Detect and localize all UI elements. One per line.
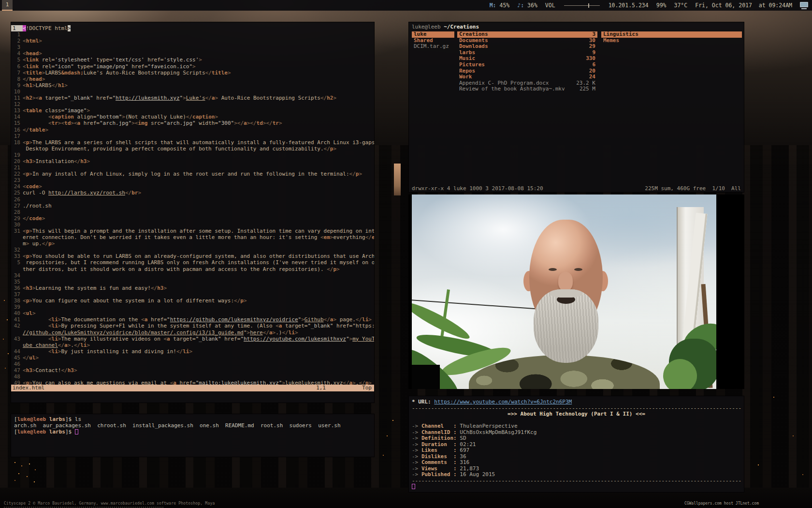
code-text: <code> [23, 183, 42, 190]
code-line[interactable]: 13<table class="image"> [11, 107, 374, 114]
video-frame[interactable] [412, 194, 716, 389]
entry-count: 9 [592, 50, 595, 56]
ranger-dir-row[interactable]: luke [412, 31, 454, 38]
code-line[interactable]: 1 [11, 31, 374, 38]
line-number: 26 [11, 196, 23, 203]
video-info-terminal[interactable]: * URL: https://www.youtube.com/watch?v=6… [408, 396, 744, 493]
code-line[interactable]: 25curl -O http://larbs.xyz/root.sh</br> [11, 190, 374, 196]
volume-slider-knob[interactable] [588, 3, 589, 8]
code-line[interactable]: 6<link rel="icon" type="image/png" href=… [11, 63, 374, 70]
ranger-file-row[interactable]: Review of the book Ashtadhya~.mkv225 M [457, 86, 597, 92]
video-url-link[interactable]: https://www.youtube.com/watch?v=6Jntc2n6… [434, 399, 572, 405]
ranger-dir-row[interactable]: larbs9 [457, 50, 597, 56]
code-line[interactable]: 3 [11, 44, 374, 50]
mpv-window[interactable] [408, 194, 744, 389]
code-line[interactable]: ube channel</a>.</li> [11, 342, 374, 348]
code-text: <h1>LARBS</h1> [23, 82, 68, 89]
code-line[interactable]: 8</head> [11, 76, 374, 82]
info-value: SD [457, 435, 466, 441]
code-line[interactable]: 48 [11, 374, 374, 380]
line-number: 37 [11, 291, 23, 298]
ranger-dir-row[interactable]: Documents30 [457, 38, 597, 44]
ranger-dir-row[interactable]: Music330 [457, 56, 597, 62]
ranger-dir-row[interactable]: Pictures6 [457, 62, 597, 68]
code-line[interactable]: 47<h3>Contact!</h3> [11, 367, 374, 374]
shell-terminal[interactable]: [luke@leeb larbs]$ ls arch.sh aur_packag… [11, 414, 375, 457]
ranger-dir-row[interactable]: Creations3 [457, 31, 597, 38]
code-line[interactable]: 1<!DOCTYPE html> [11, 25, 374, 31]
code-line[interactable]: 36<h3>Learning the system is fun and eas… [11, 285, 374, 291]
code-line[interactable]: 12 [11, 101, 374, 107]
code-line[interactable]: //github.com/LukeSmithxyz/voidrice/blob/… [11, 329, 374, 336]
line-number: 7 [11, 70, 23, 76]
code-text: curl -O http://larbs.xyz/root.sh</br> [23, 190, 141, 196]
ranger-file-row[interactable]: DCIM.tar.gz [412, 44, 454, 50]
code-line[interactable]: 30 [11, 222, 374, 228]
code-line[interactable]: ther distros, but it should work on a di… [11, 266, 374, 272]
code-line[interactable]: 5<link rel='stylesheet' type='text/css' … [11, 57, 374, 63]
info-value: ThuleanPerspective [457, 423, 518, 429]
code-line[interactable]: 42 <li>By pressing Super+F1 while in the… [11, 323, 374, 329]
code-text: <p>The LARBS are a series of shell scrip… [23, 139, 374, 146]
code-text: </table> [23, 127, 48, 133]
code-line[interactable]: 32 [11, 247, 374, 253]
code-line[interactable]: 14 <caption align="bottom">(Not actually… [11, 114, 374, 120]
code-line[interactable]: 21 [11, 164, 374, 171]
code-line[interactable]: 43 <li>The many illustrative videos on <… [11, 336, 374, 342]
entry-name: Creations [459, 31, 592, 38]
entry-name: Work [459, 74, 589, 80]
code-line[interactable]: 5 repositories, but I recommend running … [11, 259, 374, 266]
code-line[interactable]: 19 [11, 152, 374, 158]
code-line[interactable]: 20<h3>Installation</h3> [11, 158, 374, 164]
code-line[interactable]: 45</ul> [11, 355, 374, 361]
ranger-dir-row[interactable]: Repos20 [457, 68, 597, 75]
vim-cursor-position: 1,1 [316, 385, 326, 391]
ranger-file-row[interactable]: Appendix C- PhD Program.docx23.2 K [457, 80, 597, 87]
code-line[interactable]: 37 [11, 291, 374, 298]
code-line[interactable]: 27./root.sh [11, 203, 374, 209]
code-line[interactable]: 33<p>You should be able to run LARBS on … [11, 253, 374, 259]
code-line[interactable]: 2<html> [11, 38, 374, 44]
vim-window[interactable]: 1<!DOCTYPE html>12<html>34<head>5<link r… [11, 22, 375, 403]
ranger-dir-row[interactable]: Work24 [457, 74, 597, 80]
code-line[interactable]: 26 [11, 196, 374, 203]
code-line[interactable]: 46 [11, 361, 374, 367]
code-line[interactable]: m> up.</p> [11, 240, 374, 247]
entry-name: Repos [459, 68, 589, 75]
code-line[interactable]: 44 <li>By just installing it and diving … [11, 348, 374, 355]
ranger-window[interactable]: luke@leeb ~/Creations lukeSharedDCIM.tar… [408, 22, 744, 193]
code-line[interactable]: 7<title>LARBS&mdash;Luke's Auto-Rice Boo… [11, 70, 374, 76]
ranger-dir-row[interactable]: Linguistics [601, 31, 742, 38]
entry-name: Memes [603, 38, 740, 44]
code-line[interactable]: 35 [11, 279, 374, 285]
code-line[interactable]: 18<p>The LARBS are a series of shell scr… [11, 139, 374, 146]
volume-slider[interactable] [564, 3, 600, 8]
line-number: 18 [11, 139, 23, 146]
code-line[interactable]: 15 <tr><td><a href="arch.jpg"><img src="… [11, 120, 374, 126]
ranger-dir-row[interactable]: Shared [412, 38, 454, 44]
code-line[interactable]: 9<h1>LARBS</h1> [11, 82, 374, 89]
code-line[interactable]: 41 <li>The documentation on the <a href=… [11, 316, 374, 323]
code-line[interactable]: 10 [11, 89, 374, 95]
code-line[interactable]: 17 [11, 133, 374, 139]
code-line[interactable]: 38<p>You can figure out about the system… [11, 298, 374, 304]
code-line[interactable]: 23 [11, 177, 374, 183]
code-line[interactable]: 16</table> [11, 127, 374, 133]
code-line[interactable]: 39 [11, 304, 374, 310]
code-line[interactable]: 40<ul> [11, 310, 374, 316]
code-line[interactable]: Desktop Environment, providing a perfect… [11, 146, 374, 152]
code-line[interactable]: 4<head> [11, 50, 374, 57]
workspace-indicator[interactable]: 1 [2, 0, 13, 11]
ranger-dir-row[interactable]: Memes [601, 38, 742, 44]
code-line[interactable]: 22<p>In any install of Arch Linux, simpl… [11, 171, 374, 177]
line-number: 4 [11, 50, 23, 57]
code-line[interactable]: ernet connection. Don't be worried if it… [11, 234, 374, 240]
ranger-dir-row[interactable]: Downloads29 [457, 44, 597, 50]
line-number: 2 [11, 38, 23, 44]
code-line[interactable]: 28 [11, 209, 374, 215]
code-line[interactable]: 34 [11, 272, 374, 279]
code-line[interactable]: 11<h2><a target="_blank" href="http://lu… [11, 95, 374, 101]
code-line[interactable]: 24<code> [11, 183, 374, 190]
code-line[interactable]: 31<p>This will begin a prompt and the in… [11, 228, 374, 234]
code-line[interactable]: 29</code> [11, 215, 374, 222]
